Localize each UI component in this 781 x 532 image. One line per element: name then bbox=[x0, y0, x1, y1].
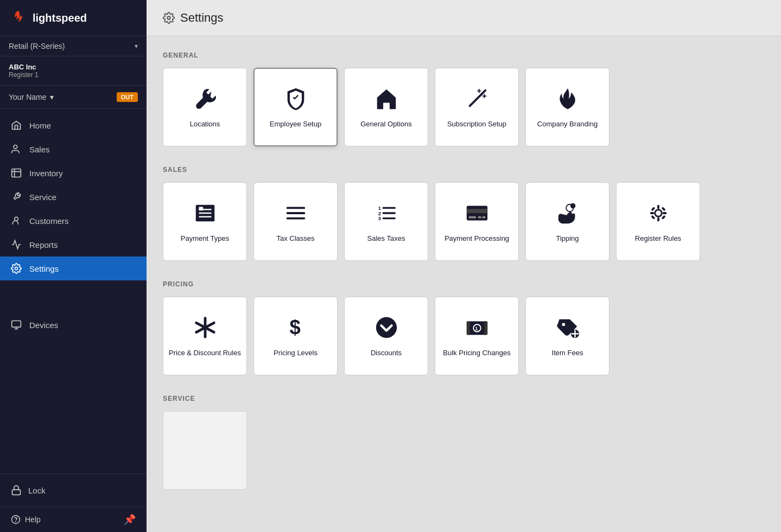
user-name-button[interactable]: Your Name ▾ bbox=[9, 93, 54, 101]
account-info: ABC Inc Register 1 bbox=[0, 56, 147, 86]
card-icon-tax-classes bbox=[282, 200, 309, 227]
sidebar-item-service-label: Service bbox=[29, 193, 56, 202]
pricing-cards-grid: Price & Discount Rules $ Pricing Levels … bbox=[163, 297, 765, 375]
card-price-discount-rules-label: Price & Discount Rules bbox=[169, 349, 241, 358]
help-button[interactable]: Help bbox=[11, 515, 41, 524]
svg-rect-48 bbox=[651, 207, 655, 211]
card-company-branding[interactable]: Company Branding bbox=[525, 68, 609, 146]
lock-label: Lock bbox=[28, 486, 46, 495]
card-company-branding-label: Company Branding bbox=[537, 120, 598, 129]
sidebar-item-devices[interactable]: Devices bbox=[0, 313, 147, 337]
svg-point-12 bbox=[167, 16, 170, 20]
card-discounts-label: Discounts bbox=[371, 349, 402, 358]
inventory-icon bbox=[11, 168, 22, 178]
sidebar-item-home[interactable]: Home bbox=[0, 113, 147, 137]
section-pricing-title: PRICING bbox=[163, 280, 765, 288]
logo: lightspeed bbox=[0, 0, 147, 36]
card-service-placeholder[interactable] bbox=[163, 411, 247, 490]
logo-text: lightspeed bbox=[33, 12, 87, 24]
svg-rect-45 bbox=[657, 217, 659, 222]
check-circle-icon bbox=[374, 315, 399, 340]
svg-rect-44 bbox=[657, 205, 659, 209]
section-service-title: SERVICE bbox=[163, 395, 765, 402]
card-payment-types[interactable]: Payment Types bbox=[163, 182, 247, 261]
sidebar-item-reports-label: Reports bbox=[29, 240, 58, 249]
card-discounts[interactable]: Discounts bbox=[344, 297, 428, 375]
sidebar-item-reports[interactable]: Reports bbox=[0, 233, 147, 257]
card-tax-classes-label: Tax Classes bbox=[276, 234, 314, 243]
sidebar-footer: Help 📌 bbox=[0, 507, 147, 532]
sidebar-item-inventory-label: Inventory bbox=[29, 169, 63, 178]
card-price-discount-rules[interactable]: Price & Discount Rules bbox=[163, 297, 247, 375]
flame-icon bbox=[555, 86, 580, 111]
help-icon bbox=[11, 515, 21, 524]
svg-rect-51 bbox=[661, 215, 665, 220]
general-cards-grid: Locations Employee Setup bbox=[163, 68, 765, 146]
sidebar-item-inventory[interactable]: Inventory bbox=[0, 161, 147, 185]
card-register-rules[interactable]: Register Rules bbox=[616, 182, 700, 261]
service-icon bbox=[11, 191, 22, 202]
card-sales-taxes[interactable]: 1 2 3 Sales Taxes bbox=[344, 182, 428, 261]
svg-rect-35 bbox=[466, 209, 487, 213]
page-title: Settings bbox=[180, 11, 224, 25]
card-bulk-pricing-changes[interactable]: 1 Bulk Pricing Changes bbox=[435, 297, 519, 375]
wrench-icon bbox=[193, 86, 218, 111]
card-icon-locations bbox=[192, 85, 219, 112]
card-bulk-pricing-changes-label: Bulk Pricing Changes bbox=[443, 349, 510, 358]
store-name: Retail (R-Series) bbox=[9, 42, 65, 50]
sidebar-item-settings[interactable]: Settings bbox=[0, 257, 147, 280]
lock-button[interactable]: Lock bbox=[0, 478, 147, 502]
svg-rect-49 bbox=[661, 207, 665, 211]
svg-rect-62 bbox=[484, 322, 487, 335]
gear-flower-icon bbox=[646, 201, 671, 226]
card-icon-payment-types bbox=[192, 200, 219, 227]
sidebar-item-sales[interactable]: Sales bbox=[0, 137, 147, 161]
svg-text:3: 3 bbox=[378, 215, 380, 221]
svg-rect-47 bbox=[662, 212, 666, 214]
card-employee-setup-label: Employee Setup bbox=[270, 120, 321, 129]
wand-icon bbox=[465, 86, 490, 111]
svg-line-14 bbox=[482, 91, 485, 94]
card-icon-employee-setup bbox=[282, 85, 309, 112]
section-general-title: GENERAL bbox=[163, 52, 765, 59]
card-icon-subscription-setup bbox=[463, 85, 491, 112]
pin-icon: 📌 bbox=[124, 514, 136, 525]
store-selector[interactable]: Retail (R-Series) ▾ bbox=[0, 36, 147, 56]
card-icon-payment-processing bbox=[463, 200, 491, 227]
sidebar-item-service[interactable]: Service bbox=[0, 185, 147, 209]
user-row: Your Name ▾ OUT bbox=[0, 86, 147, 109]
dollar-icon: $ bbox=[283, 315, 308, 340]
lock-icon bbox=[11, 485, 22, 496]
card-tipping[interactable]: Tipping bbox=[525, 182, 609, 261]
devices-icon bbox=[11, 319, 22, 330]
sidebar-item-customers[interactable]: Customers bbox=[0, 209, 147, 233]
card-pricing-levels[interactable]: $ Pricing Levels bbox=[253, 297, 338, 375]
card-icon-company-branding bbox=[554, 85, 581, 112]
home-icon bbox=[11, 120, 22, 131]
card-item-fees[interactable]: Item Fees bbox=[525, 297, 609, 375]
card-payment-processing[interactable]: Payment Processing bbox=[435, 182, 519, 261]
asterisk-icon bbox=[193, 315, 218, 340]
svg-text:$: $ bbox=[289, 316, 300, 338]
customers-icon bbox=[11, 215, 22, 226]
settings-content: GENERAL Locations bbox=[147, 36, 781, 524]
card-employee-setup[interactable]: Employee Setup bbox=[253, 68, 338, 146]
card-locations[interactable]: Locations bbox=[163, 68, 247, 146]
main-content: Settings GENERAL Locations bbox=[147, 0, 781, 532]
card-item-fees-label: Item Fees bbox=[552, 349, 583, 358]
svg-rect-50 bbox=[651, 215, 655, 220]
shield-icon bbox=[283, 86, 308, 111]
sidebar-bottom: Lock bbox=[0, 473, 147, 507]
help-label: Help bbox=[25, 515, 41, 524]
card-tipping-label: Tipping bbox=[556, 234, 579, 243]
numbered-lines-icon: 1 2 3 bbox=[374, 201, 399, 226]
svg-rect-24 bbox=[199, 207, 203, 211]
card-general-options[interactable]: General Options bbox=[344, 68, 428, 146]
card-subscription-setup[interactable]: Subscription Setup bbox=[435, 68, 519, 146]
svg-rect-38 bbox=[482, 216, 485, 219]
svg-point-63 bbox=[562, 323, 565, 326]
card-icon-discounts bbox=[373, 314, 400, 341]
card-locations-label: Locations bbox=[190, 120, 220, 129]
svg-point-56 bbox=[376, 317, 396, 338]
card-tax-classes[interactable]: Tax Classes bbox=[253, 182, 338, 261]
